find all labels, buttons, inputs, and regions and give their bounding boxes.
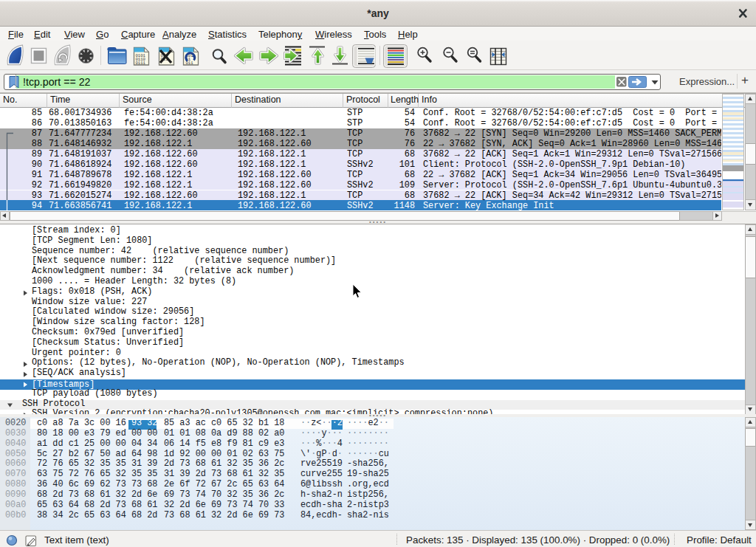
svg-text:0111: 0111 bbox=[136, 61, 146, 66]
